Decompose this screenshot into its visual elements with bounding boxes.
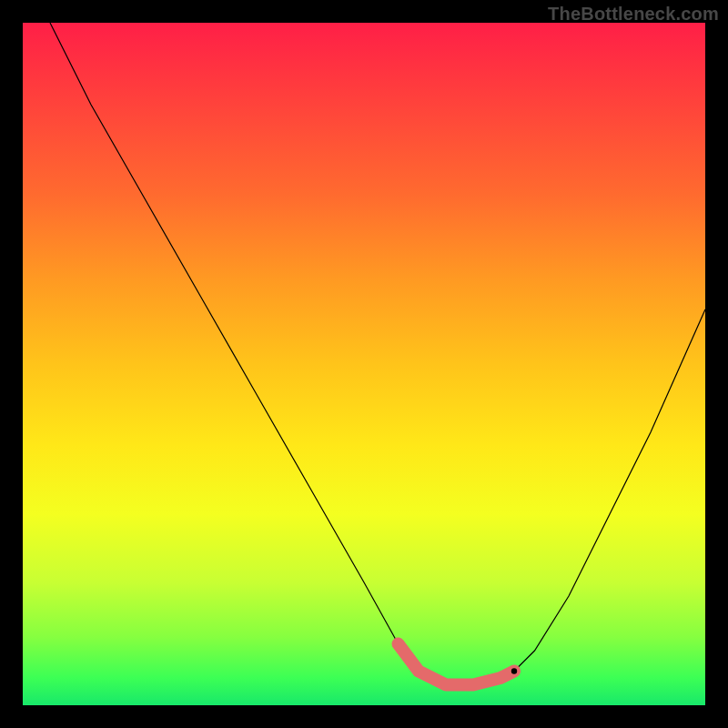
chart-svg	[23, 23, 705, 705]
marker-dot	[511, 668, 517, 673]
chart-frame: TheBottleneck.com	[0, 0, 728, 728]
attribution-text: TheBottleneck.com	[548, 4, 719, 25]
optimum-band	[399, 644, 515, 685]
plot-area	[23, 23, 705, 705]
bottleneck-curve	[50, 23, 705, 685]
